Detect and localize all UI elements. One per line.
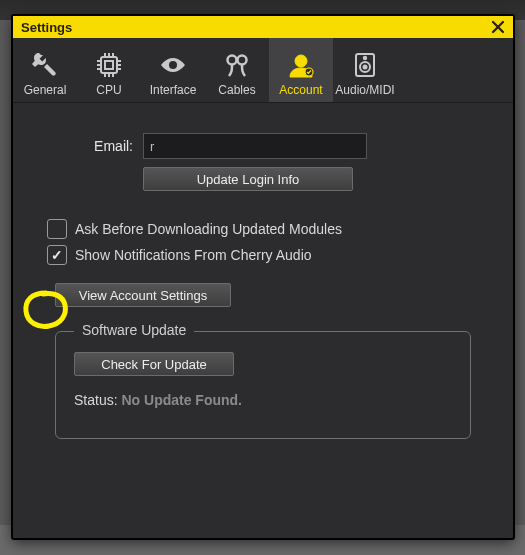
tab-label: CPU: [96, 84, 121, 96]
tab-label: Cables: [218, 84, 255, 96]
tab-cpu[interactable]: CPU: [77, 38, 141, 102]
show-notifications-checkbox[interactable]: [47, 245, 67, 265]
svg-point-10: [364, 57, 366, 59]
tab-label: Interface: [150, 84, 197, 96]
email-row: Email:: [75, 133, 493, 159]
ask-download-checkbox[interactable]: [47, 219, 67, 239]
view-account-button[interactable]: View Account Settings: [55, 283, 231, 307]
svg-rect-1: [105, 61, 113, 69]
titlebar: Settings: [13, 16, 513, 38]
speaker-icon: [350, 50, 380, 80]
close-button[interactable]: [489, 18, 507, 36]
tab-label: Account: [279, 84, 322, 96]
close-icon: [491, 20, 505, 34]
tab-label: Audio/MIDI: [335, 84, 394, 96]
update-login-button[interactable]: Update Login Info: [143, 167, 353, 191]
svg-point-2: [171, 63, 175, 67]
tab-interface[interactable]: Interface: [141, 38, 205, 102]
show-notifications-label: Show Notifications From Cherry Audio: [75, 247, 312, 263]
tab-audiomidi[interactable]: Audio/MIDI: [333, 38, 397, 102]
cables-icon: [222, 50, 252, 80]
eye-icon: [158, 50, 188, 80]
software-update-group: Software Update Check For Update Status:…: [55, 331, 471, 439]
tools-icon: [30, 50, 60, 80]
tab-general[interactable]: General: [13, 38, 77, 102]
show-notifications-row: Show Notifications From Cherry Audio: [47, 245, 493, 265]
check-update-button[interactable]: Check For Update: [74, 352, 234, 376]
svg-point-9: [364, 66, 367, 69]
tab-account[interactable]: Account: [269, 38, 333, 102]
svg-point-5: [295, 55, 307, 67]
settings-dialog: Settings General CPU Interface: [12, 15, 514, 539]
software-update-legend: Software Update: [74, 322, 194, 338]
dialog-body: Email: Update Login Info Ask Before Down…: [13, 103, 513, 538]
ask-download-label: Ask Before Downloading Updated Modules: [75, 221, 342, 237]
svg-point-4: [238, 56, 247, 65]
window-title: Settings: [21, 20, 489, 35]
status-prefix: Status:: [74, 392, 121, 408]
email-input[interactable]: [143, 133, 367, 159]
email-label: Email:: [75, 138, 133, 154]
ask-download-row: Ask Before Downloading Updated Modules: [47, 219, 493, 239]
svg-point-3: [228, 56, 237, 65]
tab-bar: General CPU Interface Cables Account: [13, 38, 513, 103]
tab-cables[interactable]: Cables: [205, 38, 269, 102]
tab-label: General: [24, 84, 67, 96]
update-status-line: Status: No Update Found.: [74, 392, 452, 408]
svg-rect-0: [101, 57, 117, 73]
status-value: No Update Found.: [121, 392, 242, 408]
cpu-icon: [94, 50, 124, 80]
account-icon: [286, 50, 316, 80]
